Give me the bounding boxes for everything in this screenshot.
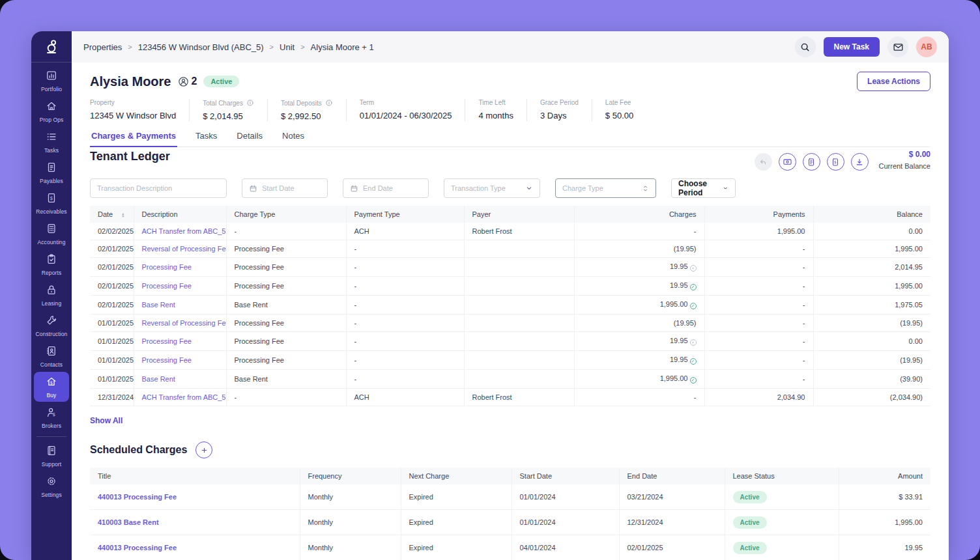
stat-label: Grace Period	[540, 99, 579, 106]
lease-actions-button[interactable]: Lease Actions	[857, 72, 930, 91]
cell-charge-type: Base Rent	[226, 370, 346, 389]
content: Alysia Moore 2 Active Lease Actions Prop…	[72, 63, 949, 560]
cell-charges: (19.95)	[574, 315, 704, 332]
sidebar-item-label: Leasing	[42, 300, 61, 307]
svg-text:$: $	[53, 412, 56, 417]
cell-balance: 1,995.00	[813, 277, 930, 296]
messages-button[interactable]	[887, 36, 908, 57]
tabs: Charges & PaymentsTasksDetailsNotes	[90, 131, 930, 147]
sidebar-item-portfolio[interactable]: Portfolio	[34, 66, 69, 96]
breadcrumb-item-alysia-moore-1[interactable]: Alysia Moore + 1	[311, 42, 374, 52]
cell-end-date: 03/21/2024	[619, 484, 725, 510]
cell-description-link[interactable]: Reversal of Processing Fee	[142, 245, 227, 253]
cell-description-link[interactable]: Processing Fee	[142, 356, 192, 364]
cell-description-link[interactable]: Reversal of Processing Fee	[142, 319, 227, 327]
chevron-down-icon	[723, 184, 728, 192]
cell-payments: -	[704, 370, 813, 389]
add-charge-button[interactable]	[803, 153, 820, 171]
cell-description-link[interactable]: Processing Fee	[142, 282, 192, 290]
sidebar-item-label: Contacts	[40, 361, 63, 368]
info-icon[interactable]	[246, 99, 254, 107]
sidebar-item-support[interactable]: Support	[34, 441, 69, 471]
sidebar-item-prop-ops[interactable]: Prop Ops	[34, 96, 69, 126]
avatar[interactable]: AB	[916, 36, 937, 57]
cell-charges: -	[574, 389, 704, 406]
new-task-button[interactable]: New Task	[824, 37, 880, 57]
tab-charges-payments[interactable]: Charges & Payments	[90, 131, 177, 147]
search-button[interactable]	[795, 36, 816, 57]
ledger-column-date[interactable]: Date▴▾	[90, 206, 134, 223]
svg-text:$: $	[50, 195, 53, 201]
sidebar-item-accounting[interactable]: Accounting	[34, 219, 69, 249]
tasks-icon	[46, 131, 57, 145]
sidebar-item-brokers[interactable]: $ Brokers	[34, 402, 69, 432]
cell-title-link[interactable]: 410003 Base Rent	[98, 518, 159, 526]
cell-charge-type: Processing Fee	[226, 332, 346, 351]
transaction-type-filter[interactable]: Transaction Type	[444, 178, 540, 198]
cell-description-link[interactable]: Processing Fee	[142, 263, 192, 271]
tab-details[interactable]: Details	[235, 131, 264, 147]
ledger-column-charge-type: Charge Type	[226, 206, 346, 223]
undo-button[interactable]	[755, 153, 772, 171]
sort-icon[interactable]: ▴▾	[122, 212, 124, 217]
cell-date: 01/01/2025	[90, 370, 134, 389]
cell-date: 02/01/2025	[90, 258, 134, 277]
breadcrumb-item-unit[interactable]: Unit	[280, 42, 295, 52]
sidebar-item-buy[interactable]: $ Buy	[34, 372, 69, 402]
cell-start-date: 04/01/2024	[512, 535, 619, 560]
cell-payments: -	[704, 296, 813, 315]
sidebar-item-receivables[interactable]: $ Receivables	[34, 188, 69, 218]
breadcrumb-separator: >	[128, 43, 132, 51]
cell-charge-type: -	[226, 223, 346, 240]
ledger-table-header: Date▴▾DescriptionCharge TypePayment Type…	[90, 206, 930, 223]
record-payment-button[interactable]	[779, 153, 796, 171]
start-date-filter[interactable]: Start Date	[242, 178, 328, 198]
sidebar-item-construction[interactable]: Construction	[34, 311, 69, 341]
end-date-filter[interactable]: End Date	[343, 178, 429, 198]
mail-icon	[893, 42, 904, 53]
occupants-number: 2	[191, 76, 197, 87]
app-logo[interactable]	[31, 31, 72, 63]
sidebar-item-reports[interactable]: Reports	[34, 249, 69, 279]
ledger-row: 01/01/2025Processing FeeProcessing Fee-1…	[90, 351, 930, 370]
sidebar-item-settings[interactable]: Settings	[34, 471, 69, 501]
cell-payer	[464, 258, 574, 277]
sidebar-item-leasing[interactable]: Leasing	[34, 280, 69, 310]
transaction-description-input[interactable]	[97, 184, 220, 192]
ledger-row: 02/01/2025Reversal of Processing FeeProc…	[90, 240, 930, 258]
breadcrumb-item-123456-w-windsor-blvd-abc-5-[interactable]: 123456 W Windsor Blvd (ABC_5)	[138, 42, 264, 52]
cell-description-link[interactable]: Base Rent	[142, 301, 175, 309]
cell-charges: 19.95•	[574, 258, 704, 277]
cell-charge-type: Processing Fee	[226, 258, 346, 277]
info-icon[interactable]	[325, 99, 333, 107]
cell-description-link[interactable]: Base Rent	[142, 375, 175, 383]
cell-charge-type: Processing Fee	[226, 277, 346, 296]
cell-title-link[interactable]: 440013 Processing Fee	[98, 493, 177, 501]
stat-property: Property 12345 W Windsor Blvd	[90, 99, 189, 121]
choose-period-filter[interactable]: Choose Period	[671, 178, 736, 198]
cell-payer	[464, 277, 574, 296]
cell-description-link[interactable]: Processing Fee	[142, 337, 192, 345]
sidebar-item-payables[interactable]: Payables	[34, 158, 69, 188]
sidebar-item-tasks[interactable]: Tasks	[34, 127, 69, 157]
show-all-link[interactable]: Show All	[90, 416, 122, 425]
download-button[interactable]	[851, 153, 869, 171]
stat-value: 01/01/2024 - 06/30/2025	[360, 111, 452, 120]
cell-description-link[interactable]: ACH Transfer from ABC_5	[142, 227, 226, 235]
tab-tasks[interactable]: Tasks	[194, 131, 218, 147]
invoice-button[interactable]: $	[827, 153, 844, 171]
sidebar: Portfolio Prop Ops Tasks Payables$ Recei…	[31, 31, 72, 560]
cell-description-link[interactable]: ACH Transfer from ABC_5	[142, 393, 226, 401]
sidebar-item-label: Payables	[40, 178, 63, 184]
sidebar-item-contacts[interactable]: Contacts	[34, 341, 69, 371]
settings-icon	[46, 475, 57, 490]
status-badge: Active	[203, 76, 239, 87]
tab-notes[interactable]: Notes	[281, 131, 306, 147]
add-scheduled-charge-button[interactable]	[195, 441, 212, 458]
scheduled-charges-table: TitleFrequencyNext ChargeStart DateEnd D…	[90, 468, 930, 560]
charge-type-filter[interactable]: Charge Type	[555, 178, 656, 198]
cell-title-link[interactable]: 440013 Processing Fee	[98, 544, 177, 552]
stat-time-left: Time Left 4 months	[465, 99, 526, 121]
cell-payer	[464, 370, 574, 389]
breadcrumb-item-properties[interactable]: Properties	[83, 42, 122, 52]
